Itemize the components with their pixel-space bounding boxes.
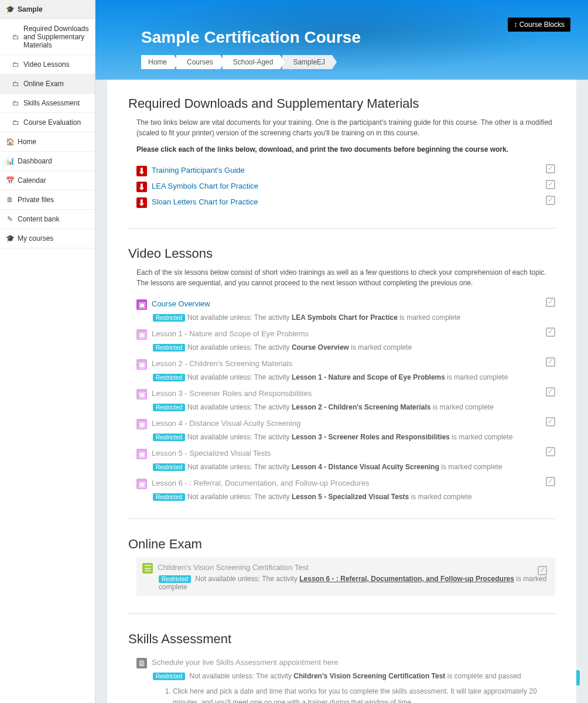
- completion-checkbox[interactable]: [546, 298, 555, 307]
- section-title: Required Downloads and Supplementary Mat…: [128, 96, 555, 111]
- sidebar-calendar[interactable]: 📅 Calendar: [0, 171, 95, 190]
- folder-icon: 🗀: [12, 80, 20, 88]
- sidebar-home[interactable]: 🏠 Home: [0, 132, 95, 152]
- intro-bold: Please click each of the links below, do…: [136, 144, 555, 155]
- completion-checkbox[interactable]: [538, 566, 547, 575]
- video-list: ▣Course OverviewRestrictedNot available …: [136, 296, 555, 501]
- breadcrumb: Home Courses School-Aged SampleEJ: [141, 55, 542, 69]
- lesson-label: Lesson 5 - Specialized Visual Tests: [152, 448, 271, 458]
- lesson-label: Lesson 4 - Distance Visual Acuity Screen…: [152, 418, 300, 428]
- section-downloads: Required Downloads and Supplementary Mat…: [128, 96, 555, 210]
- course-hero: ↕ Course Blocks Sample Certification Cou…: [95, 0, 588, 80]
- restricted-badge: Restricted: [153, 434, 185, 441]
- lesson-label: Course Overview: [152, 299, 210, 308]
- lesson-label: Lesson 2 - Children's Screening Material…: [152, 359, 292, 368]
- lesson-item[interactable]: ▣Course Overview: [136, 296, 555, 312]
- lesson-icon: ▣: [136, 479, 147, 489]
- restriction-notice: RestrictedNot available unless: The acti…: [153, 403, 555, 411]
- completion-checkbox[interactable]: [546, 387, 555, 397]
- exam-item-wrap: ☰ Children's Vision Screening Certificat…: [136, 558, 555, 596]
- lesson-item[interactable]: ▣Lesson 2 - Children's Screening Materia…: [136, 356, 555, 372]
- completion-checkbox[interactable]: [546, 327, 555, 337]
- divider: [128, 613, 555, 614]
- restriction-notice: RestrictedNot available unless: The acti…: [153, 313, 555, 322]
- graduation-cap-icon: 🎓: [6, 234, 14, 243]
- sidebar-my-courses[interactable]: 🎓 My courses: [0, 229, 95, 248]
- download-item[interactable]: ⬇ Training Participant's Guide: [136, 163, 555, 179]
- course-blocks-button[interactable]: ↕ Course Blocks: [508, 18, 570, 32]
- breadcrumb-home[interactable]: Home: [141, 55, 174, 69]
- sidebar-section-downloads[interactable]: 🗀 Required Downloads and Supplementary M…: [0, 19, 95, 55]
- sidebar-section-exam[interactable]: 🗀 Online Exam: [0, 74, 95, 94]
- divider: [128, 518, 555, 519]
- lesson-icon: ▣: [136, 299, 147, 310]
- lesson-icon: ▣: [136, 389, 147, 400]
- section-title: Online Exam: [128, 537, 555, 552]
- sidebar-section-eval[interactable]: 🗀 Course Evaluation: [0, 113, 95, 132]
- file-icon: 🗎: [6, 196, 14, 204]
- exam-item[interactable]: ☰ Children's Vision Screening Certificat…: [142, 562, 549, 574]
- skills-notes: Click here and pick a date and time that…: [162, 686, 555, 703]
- arrows-icon: ↕: [514, 21, 519, 29]
- sidebar-dashboard[interactable]: 📊 Dashboard: [0, 152, 95, 171]
- restricted-badge: Restricted: [153, 463, 185, 471]
- lesson-item[interactable]: ▣Lesson 4 - Distance Visual Acuity Scree…: [136, 416, 555, 432]
- section-title: Video Lessons: [128, 246, 555, 261]
- download-item[interactable]: ⬇ LEA Symbols Chart for Practice: [136, 179, 555, 194]
- sidebar-section-videos[interactable]: 🗀 Video Lessons: [0, 55, 95, 74]
- section-title: Skills Assessment: [128, 632, 555, 647]
- page-title: Sample Certification Course: [141, 28, 542, 47]
- restriction-notice: RestrictedNot available unless: The acti…: [153, 433, 555, 441]
- intro-text: The two links below are vital documents …: [136, 117, 555, 138]
- section-skills: Skills Assessment 🗎 Schedule your live S…: [128, 632, 555, 703]
- restricted-badge: Restricted: [153, 404, 185, 411]
- intro-text: Each of the six lessons below consist of…: [136, 267, 555, 288]
- restriction-notice: RestrictedNot available unless: The acti…: [153, 373, 555, 381]
- restriction-notice: Restricted Not available unless: The act…: [159, 575, 549, 591]
- completion-checkbox[interactable]: [546, 180, 555, 189]
- completion-checkbox[interactable]: [546, 447, 555, 456]
- section-videos: Video Lessons Each of the six lessons be…: [128, 246, 555, 501]
- sidebar-course-link[interactable]: 🎓 Sample: [0, 0, 95, 19]
- restricted-badge: Restricted: [153, 374, 185, 381]
- page-icon: 🗎: [136, 658, 147, 668]
- skills-item[interactable]: 🗎 Schedule your live Skills Assessment a…: [136, 655, 555, 671]
- sidebar-content-bank[interactable]: ✎ Content bank: [0, 210, 95, 229]
- download-item[interactable]: ⬇ Sloan Letters Chart for Practice: [136, 194, 555, 210]
- restriction-notice: RestrictedNot available unless: The acti…: [153, 493, 555, 501]
- lesson-icon: ▣: [136, 449, 147, 459]
- course-sidebar: 🎓 Sample 🗀 Required Downloads and Supple…: [0, 0, 95, 703]
- lesson-item[interactable]: ▣Lesson 5 - Specialized Visual Tests: [136, 446, 555, 462]
- downloads-list: ⬇ Training Participant's Guide ⬇ LEA Sym…: [136, 163, 555, 210]
- lesson-label: Lesson 3 - Screener Roles and Responsibi…: [152, 388, 312, 398]
- section-exam: Online Exam ☰ Children's Vision Screenin…: [128, 537, 555, 596]
- graduation-cap-icon: 🎓: [6, 5, 14, 13]
- completion-checkbox[interactable]: [546, 417, 555, 426]
- sidebar-section-skills[interactable]: 🗀 Skills Assessment: [0, 94, 95, 113]
- folder-icon: 🗀: [12, 33, 20, 41]
- restricted-badge: Restricted: [153, 673, 185, 680]
- completion-checkbox[interactable]: [546, 196, 555, 205]
- home-icon: 🏠: [6, 138, 14, 146]
- lesson-item[interactable]: ▣Lesson 6 - : Referral, Documentation, a…: [136, 476, 555, 492]
- calendar-icon: 📅: [6, 176, 14, 185]
- restricted-badge: Restricted: [159, 575, 191, 583]
- lesson-label: Lesson 1 - Nature and Scope of Eye Probl…: [152, 329, 309, 338]
- sidebar-private-files[interactable]: 🗎 Private files: [0, 190, 95, 210]
- completion-checkbox[interactable]: [546, 357, 555, 367]
- divider: [128, 228, 555, 228]
- restriction-notice: Restricted Not available unless: The act…: [153, 672, 555, 680]
- lesson-label: Lesson 6 - : Referral, Documentation, an…: [152, 478, 369, 487]
- lesson-item[interactable]: ▣Lesson 3 - Screener Roles and Responsib…: [136, 386, 555, 402]
- completion-checkbox[interactable]: [546, 477, 555, 486]
- quiz-icon: ☰: [142, 563, 153, 574]
- completion-checkbox[interactable]: [546, 164, 555, 173]
- breadcrumb-category[interactable]: School-Aged: [223, 55, 281, 69]
- lesson-item[interactable]: ▣Lesson 1 - Nature and Scope of Eye Prob…: [136, 326, 555, 342]
- breadcrumb-courses[interactable]: Courses: [176, 55, 220, 69]
- sidebar-course-label: Sample: [18, 5, 89, 13]
- pdf-icon: ⬇: [136, 197, 147, 208]
- restricted-badge: Restricted: [153, 344, 185, 352]
- folder-icon: 🗀: [12, 118, 20, 127]
- lesson-icon: ▣: [136, 359, 147, 370]
